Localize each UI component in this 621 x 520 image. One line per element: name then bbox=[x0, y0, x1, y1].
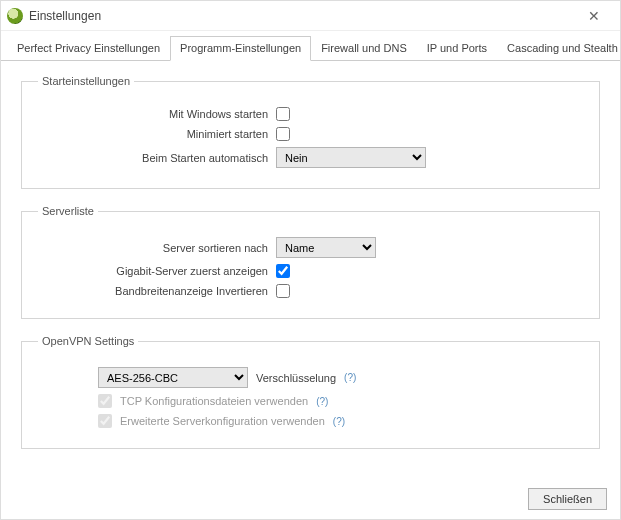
checkbox-ext-server-config bbox=[98, 414, 112, 428]
select-auto-on-start[interactable]: Nein bbox=[276, 147, 426, 168]
window-title: Einstellungen bbox=[29, 9, 574, 23]
tab-cascading-stealth[interactable]: Cascading und Stealth bbox=[497, 36, 621, 61]
label-auto-on-start: Beim Starten automatisch bbox=[38, 152, 268, 164]
checkbox-gigabit-first[interactable] bbox=[276, 264, 290, 278]
group-openvpn: OpenVPN Settings AES-256-CBC Verschlüsse… bbox=[21, 335, 600, 449]
group-serverlist: Serverliste Server sortieren nach Name G… bbox=[21, 205, 600, 319]
app-icon bbox=[7, 8, 23, 24]
tab-firewall-dns[interactable]: Firewall und DNS bbox=[311, 36, 417, 61]
group-start-legend: Starteinstellungen bbox=[38, 75, 134, 87]
label-ext-server-config: Erweiterte Serverkonfiguration verwenden bbox=[120, 415, 325, 427]
checkbox-minimized-start[interactable] bbox=[276, 127, 290, 141]
footer: Schließen bbox=[528, 488, 607, 510]
tab-perfect-privacy[interactable]: Perfect Privacy Einstellungen bbox=[7, 36, 170, 61]
close-dialog-button[interactable]: Schließen bbox=[528, 488, 607, 510]
help-icon[interactable]: (?) bbox=[316, 396, 328, 407]
select-sort-by[interactable]: Name bbox=[276, 237, 376, 258]
checkbox-windows-start[interactable] bbox=[276, 107, 290, 121]
titlebar: Einstellungen ✕ bbox=[1, 1, 620, 31]
help-icon[interactable]: (?) bbox=[344, 372, 356, 383]
label-tcp-configs: TCP Konfigurationsdateien verwenden bbox=[120, 395, 308, 407]
help-icon[interactable]: (?) bbox=[333, 416, 345, 427]
label-encryption: Verschlüsselung bbox=[256, 372, 336, 384]
checkbox-tcp-configs bbox=[98, 394, 112, 408]
group-start-settings: Starteinstellungen Mit Windows starten M… bbox=[21, 75, 600, 189]
tabs: Perfect Privacy Einstellungen Programm-E… bbox=[1, 31, 620, 61]
label-sort-by: Server sortieren nach bbox=[38, 242, 268, 254]
label-invert-bandwidth: Bandbreitenanzeige Invertieren bbox=[38, 285, 268, 297]
close-button[interactable]: ✕ bbox=[574, 2, 614, 30]
group-serverlist-legend: Serverliste bbox=[38, 205, 98, 217]
group-openvpn-legend: OpenVPN Settings bbox=[38, 335, 138, 347]
label-windows-start: Mit Windows starten bbox=[38, 108, 268, 120]
close-icon: ✕ bbox=[588, 8, 600, 24]
label-gigabit-first: Gigabit-Server zuerst anzeigen bbox=[38, 265, 268, 277]
tab-program-settings[interactable]: Programm-Einstellungen bbox=[170, 36, 311, 61]
checkbox-invert-bandwidth[interactable] bbox=[276, 284, 290, 298]
content: Starteinstellungen Mit Windows starten M… bbox=[1, 61, 620, 449]
label-minimized-start: Minimiert starten bbox=[38, 128, 268, 140]
select-encryption[interactable]: AES-256-CBC bbox=[98, 367, 248, 388]
tab-ip-ports[interactable]: IP und Ports bbox=[417, 36, 497, 61]
